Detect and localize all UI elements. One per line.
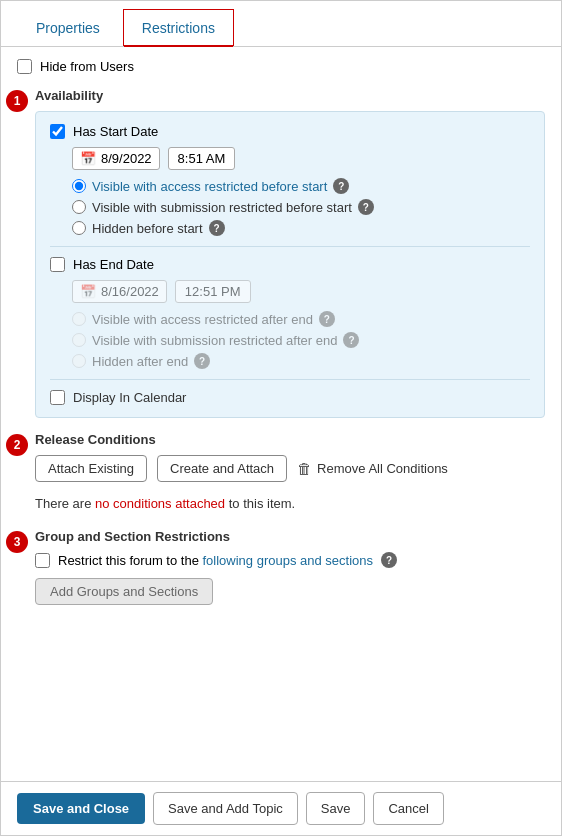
display-calendar-row: Display In Calendar [50, 390, 530, 405]
group-section-title: Group and Section Restrictions [35, 529, 545, 544]
end-date-input[interactable]: 📅 8/16/2022 [72, 280, 167, 303]
start-option-1-radio[interactable] [72, 179, 86, 193]
attach-existing-button[interactable]: Attach Existing [35, 455, 147, 482]
restrict-checkbox[interactable] [35, 553, 50, 568]
start-option-2-help[interactable]: ? [358, 199, 374, 215]
tab-properties[interactable]: Properties [17, 9, 119, 46]
tab-bar: Properties Restrictions [1, 1, 561, 47]
has-start-date-checkbox[interactable] [50, 124, 65, 139]
end-date-time-row: 📅 8/16/2022 12:51 PM [72, 280, 530, 303]
end-option-2-row: Visible with submission restricted after… [72, 332, 530, 348]
release-conditions-btn-row: Attach Existing Create and Attach 🗑 Remo… [35, 455, 545, 482]
hide-from-users-label: Hide from Users [40, 59, 134, 74]
start-option-3-help[interactable]: ? [209, 220, 225, 236]
availability-panel: Has Start Date 📅 8/9/2022 8:51 AM Visibl… [35, 111, 545, 418]
start-option-1-label: Visible with access restricted before st… [92, 179, 327, 194]
start-option-2-radio[interactable] [72, 200, 86, 214]
start-end-divider [50, 246, 530, 247]
start-option-2-label: Visible with submission restricted befor… [92, 200, 352, 215]
availability-body: Availability Has Start Date 📅 8/9/2022 8… [35, 88, 545, 418]
section-2-badge: 2 [6, 434, 28, 456]
remove-all-label: Remove All Conditions [317, 461, 448, 476]
has-end-date-label: Has End Date [73, 257, 154, 272]
start-time-input[interactable]: 8:51 AM [168, 147, 236, 170]
end-option-3-label: Hidden after end [92, 354, 188, 369]
no-conditions-highlight: no conditions attached [95, 496, 225, 511]
end-time-input[interactable]: 12:51 PM [175, 280, 251, 303]
has-start-date-label: Has Start Date [73, 124, 158, 139]
end-date-value: 8/16/2022 [101, 284, 159, 299]
end-option-1-label: Visible with access restricted after end [92, 312, 313, 327]
save-button[interactable]: Save [306, 792, 366, 825]
end-option-2-label: Visible with submission restricted after… [92, 333, 337, 348]
end-option-1-help[interactable]: ? [319, 311, 335, 327]
group-section-body: Group and Section Restrictions Restrict … [35, 529, 545, 605]
end-option-1-row: Visible with access restricted after end… [72, 311, 530, 327]
add-groups-sections-button[interactable]: Add Groups and Sections [35, 578, 213, 605]
display-calendar-label: Display In Calendar [73, 390, 186, 405]
restrict-label: Restrict this forum to the following gro… [58, 553, 373, 568]
hide-from-users-checkbox[interactable] [17, 59, 32, 74]
tab-restrictions[interactable]: Restrictions [123, 9, 234, 46]
calendar-icon: 📅 [80, 151, 96, 166]
restrict-row: Restrict this forum to the following gro… [35, 552, 545, 568]
end-calendar-divider [50, 379, 530, 380]
start-date-time-row: 📅 8/9/2022 8:51 AM [72, 147, 530, 170]
remove-all-conditions-button[interactable]: 🗑 Remove All Conditions [297, 460, 448, 477]
start-date-input[interactable]: 📅 8/9/2022 [72, 147, 160, 170]
availability-section: 1 Availability Has Start Date 📅 8/9/2022 [17, 88, 545, 418]
section-1-badge: 1 [6, 90, 28, 112]
cancel-button[interactable]: Cancel [373, 792, 443, 825]
release-conditions-section: 2 Release Conditions Attach Existing Cre… [17, 432, 545, 515]
end-option-1-radio[interactable] [72, 312, 86, 326]
has-start-date-row: Has Start Date [50, 124, 530, 139]
end-option-2-help[interactable]: ? [343, 332, 359, 348]
availability-title: Availability [35, 88, 545, 103]
release-conditions-title: Release Conditions [35, 432, 545, 447]
has-end-date-checkbox[interactable] [50, 257, 65, 272]
section-3-badge: 3 [6, 531, 28, 553]
main-content: Hide from Users 1 Availability Has Start… [1, 47, 561, 781]
save-and-close-button[interactable]: Save and Close [17, 793, 145, 824]
start-option-3-label: Hidden before start [92, 221, 203, 236]
hide-from-users-row: Hide from Users [17, 59, 545, 74]
group-section-restrictions: 3 Group and Section Restrictions Restric… [17, 529, 545, 605]
conditions-message: There are no conditions attached to this… [35, 492, 545, 515]
start-option-1-help[interactable]: ? [333, 178, 349, 194]
has-end-date-row: Has End Date [50, 257, 530, 272]
restrict-highlight: following groups and sections [203, 553, 374, 568]
end-calendar-icon: 📅 [80, 284, 96, 299]
trash-icon: 🗑 [297, 460, 312, 477]
release-conditions-body: Release Conditions Attach Existing Creat… [35, 432, 545, 515]
start-date-value: 8/9/2022 [101, 151, 152, 166]
end-option-3-row: Hidden after end ? [72, 353, 530, 369]
start-option-1-row: Visible with access restricted before st… [72, 178, 530, 194]
display-calendar-checkbox[interactable] [50, 390, 65, 405]
start-option-3-radio[interactable] [72, 221, 86, 235]
start-option-2-row: Visible with submission restricted befor… [72, 199, 530, 215]
save-and-add-topic-button[interactable]: Save and Add Topic [153, 792, 298, 825]
end-option-2-radio[interactable] [72, 333, 86, 347]
end-option-3-radio[interactable] [72, 354, 86, 368]
create-and-attach-button[interactable]: Create and Attach [157, 455, 287, 482]
footer: Save and Close Save and Add Topic Save C… [1, 781, 561, 835]
end-option-3-help[interactable]: ? [194, 353, 210, 369]
restrict-help-icon[interactable]: ? [381, 552, 397, 568]
start-option-3-row: Hidden before start ? [72, 220, 530, 236]
